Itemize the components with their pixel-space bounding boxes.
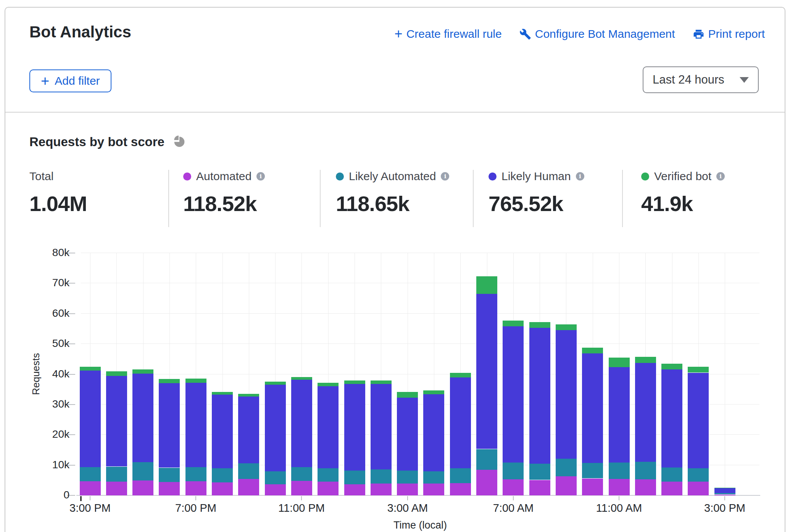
bar-segment-likely-human[interactable] bbox=[503, 326, 524, 463]
bar-segment-verified-bot[interactable] bbox=[661, 364, 682, 369]
bar-segment-verified-bot[interactable] bbox=[80, 367, 101, 371]
bar-segment-verified-bot[interactable] bbox=[609, 358, 630, 367]
bar-segment-automated[interactable] bbox=[503, 479, 524, 495]
bar-segment-likely-automated[interactable] bbox=[318, 468, 339, 482]
bar-segment-likely-human[interactable] bbox=[291, 380, 312, 467]
bar-segment-automated[interactable] bbox=[688, 481, 709, 495]
bar-segment-verified-bot[interactable] bbox=[371, 380, 392, 384]
bar-segment-likely-automated[interactable] bbox=[688, 468, 709, 482]
bar-segment-verified-bot[interactable] bbox=[291, 377, 312, 380]
bar-segment-automated[interactable] bbox=[106, 481, 127, 495]
bar-segment-verified-bot[interactable] bbox=[503, 321, 524, 326]
bar-segment-likely-human[interactable] bbox=[371, 384, 392, 469]
bar-segment-verified-bot[interactable] bbox=[106, 371, 127, 376]
bar-segment-automated[interactable] bbox=[635, 479, 656, 495]
bar-segment-likely-automated[interactable] bbox=[238, 463, 259, 479]
info-icon[interactable]: i bbox=[716, 172, 725, 181]
bar-segment-likely-human[interactable] bbox=[132, 374, 153, 462]
bar-segment-verified-bot[interactable] bbox=[185, 379, 206, 383]
bar-segment-verified-bot[interactable] bbox=[450, 373, 471, 377]
bar-segment-automated[interactable] bbox=[423, 484, 444, 495]
bar-segment-likely-automated[interactable] bbox=[582, 463, 603, 478]
bar-segment-verified-bot[interactable] bbox=[688, 367, 709, 372]
bar-segment-likely-human[interactable] bbox=[265, 385, 286, 471]
bar-segment-likely-automated[interactable] bbox=[80, 467, 101, 481]
bar-segment-likely-human[interactable] bbox=[238, 397, 259, 463]
bar-segment-likely-automated[interactable] bbox=[291, 467, 312, 481]
bar-segment-likely-human[interactable] bbox=[344, 384, 365, 471]
bar-segment-likely-human[interactable] bbox=[450, 377, 471, 468]
print-report-link[interactable]: Print report bbox=[693, 27, 765, 40]
bar-segment-verified-bot[interactable] bbox=[423, 390, 444, 394]
bar-segment-likely-automated[interactable] bbox=[529, 464, 550, 480]
configure-bot-management-link[interactable]: Configure Bot Management bbox=[519, 27, 675, 40]
bar-segment-likely-automated[interactable] bbox=[212, 468, 233, 482]
bar-segment-automated[interactable] bbox=[450, 483, 471, 495]
bar-segment-automated[interactable] bbox=[556, 476, 577, 495]
bar-segment-likely-automated[interactable] bbox=[450, 468, 471, 483]
bar-segment-likely-human[interactable] bbox=[212, 395, 233, 468]
bar-segment-likely-automated[interactable] bbox=[106, 467, 127, 482]
bar-segment-likely-human[interactable] bbox=[106, 376, 127, 466]
bar-segment-likely-human[interactable] bbox=[556, 330, 577, 459]
bar-segment-automated[interactable] bbox=[582, 479, 603, 495]
bar-segment-automated[interactable] bbox=[80, 481, 101, 495]
bar-segment-likely-human[interactable] bbox=[635, 363, 656, 462]
bar-segment-automated[interactable] bbox=[371, 484, 392, 495]
bar-segment-likely-human[interactable] bbox=[318, 386, 339, 468]
bar-segment-verified-bot[interactable] bbox=[582, 348, 603, 353]
bar-segment-verified-bot[interactable] bbox=[212, 392, 233, 395]
add-filter-button[interactable]: + Add filter bbox=[29, 69, 111, 92]
bar-segment-likely-human[interactable] bbox=[688, 373, 709, 468]
bar-segment-automated[interactable] bbox=[661, 481, 682, 495]
bar-segment-likely-human[interactable] bbox=[185, 383, 206, 467]
bar-segment-verified-bot[interactable] bbox=[159, 379, 180, 383]
bar-segment-likely-automated[interactable] bbox=[503, 463, 524, 479]
bar-segment-automated[interactable] bbox=[291, 481, 312, 495]
bar-segment-likely-human[interactable] bbox=[609, 367, 630, 463]
bar-segment-likely-automated[interactable] bbox=[661, 468, 682, 482]
bar-segment-likely-human[interactable] bbox=[159, 383, 180, 468]
bar-segment-automated[interactable] bbox=[476, 470, 497, 495]
bar-segment-likely-automated[interactable] bbox=[132, 462, 153, 480]
bar-segment-likely-automated[interactable] bbox=[476, 449, 497, 470]
bar-segment-automated[interactable] bbox=[212, 482, 233, 495]
bar-segment-likely-human[interactable] bbox=[714, 488, 735, 493]
bar-segment-verified-bot[interactable] bbox=[344, 380, 365, 384]
bar-segment-likely-automated[interactable] bbox=[635, 462, 656, 479]
bar-segment-automated[interactable] bbox=[265, 484, 286, 495]
bar-segment-automated[interactable] bbox=[132, 480, 153, 495]
bar-segment-automated[interactable] bbox=[397, 484, 418, 495]
info-icon[interactable]: i bbox=[441, 172, 449, 181]
bar-segment-automated[interactable] bbox=[185, 481, 206, 495]
bar-segment-likely-automated[interactable] bbox=[371, 469, 392, 484]
bar-segment-likely-human[interactable] bbox=[661, 369, 682, 468]
bar-segment-likely-automated[interactable] bbox=[397, 471, 418, 484]
bar-segment-verified-bot[interactable] bbox=[238, 394, 259, 397]
bar-segment-automated[interactable] bbox=[318, 482, 339, 495]
bar-segment-likely-automated[interactable] bbox=[423, 471, 444, 484]
bar-segment-verified-bot[interactable] bbox=[556, 324, 577, 330]
bar-segment-likely-human[interactable] bbox=[476, 294, 497, 449]
bar-segment-automated[interactable] bbox=[714, 495, 735, 495]
bar-segment-likely-human[interactable] bbox=[582, 353, 603, 463]
bar-segment-automated[interactable] bbox=[159, 482, 180, 495]
bar-segment-verified-bot[interactable] bbox=[529, 322, 550, 328]
bar-segment-likely-automated[interactable] bbox=[344, 471, 365, 484]
bar-segment-verified-bot[interactable] bbox=[265, 382, 286, 385]
bar-segment-automated[interactable] bbox=[238, 479, 259, 495]
bar-segment-verified-bot[interactable] bbox=[476, 276, 497, 294]
bar-segment-likely-automated[interactable] bbox=[609, 463, 630, 479]
bar-segment-likely-human[interactable] bbox=[397, 398, 418, 471]
bar-segment-likely-human[interactable] bbox=[529, 328, 550, 464]
info-icon[interactable]: i bbox=[256, 172, 265, 181]
bar-segment-verified-bot[interactable] bbox=[714, 488, 735, 488]
bar-segment-likely-human[interactable] bbox=[423, 394, 444, 471]
info-icon[interactable]: i bbox=[576, 172, 584, 181]
time-range-dropdown[interactable]: Last 24 hours bbox=[643, 66, 759, 93]
bar-segment-automated[interactable] bbox=[344, 484, 365, 495]
bar-segment-automated[interactable] bbox=[609, 479, 630, 495]
bar-segment-verified-bot[interactable] bbox=[635, 357, 656, 363]
bar-segment-verified-bot[interactable] bbox=[397, 392, 418, 398]
create-firewall-rule-link[interactable]: + Create firewall rule bbox=[395, 27, 502, 40]
